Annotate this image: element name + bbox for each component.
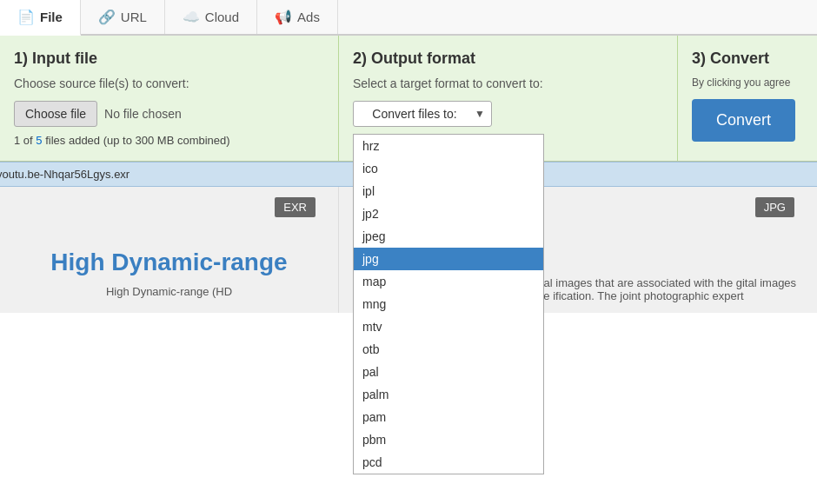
tab-cloud-label: Cloud: [205, 10, 239, 24]
tab-url-label: URL: [121, 10, 147, 24]
dropdown-item-mtv[interactable]: mtv: [354, 315, 543, 338]
exr-format-desc: High Dynamic-range (HD: [106, 285, 232, 298]
files-info: 1 of 5 files added (up to 300 MB combine…: [14, 134, 324, 147]
format-select-button[interactable]: Convert files to:: [353, 101, 492, 127]
tab-file-label: File: [40, 10, 63, 24]
jpg-badge: JPG: [755, 197, 794, 217]
dropdown-item-ipl[interactable]: ipl: [354, 180, 543, 202]
tab-url[interactable]: 🔗 URL: [81, 0, 165, 34]
cloud-icon: ☁️: [183, 9, 200, 25]
dropdown-item-jpg[interactable]: jpg: [354, 248, 543, 270]
top-sections: 1) Input file Choose source file(s) to c…: [0, 36, 817, 162]
section2-subtitle: Select a target format to convert to:: [353, 76, 663, 90]
dropdown-item-pam[interactable]: pam: [354, 406, 543, 428]
section-output-format: 2) Output format Select a target format …: [339, 36, 678, 161]
dropdown-scroll[interactable]: hrz ico ipl jp2 jpeg jpg map mng mtv otb…: [354, 135, 543, 474]
format-select-label: Convert files to:: [372, 107, 456, 121]
no-file-label: No file chosen: [104, 107, 182, 121]
bottom-left-panel: EXR High Dynamic-range High Dynamic-rang…: [0, 187, 339, 313]
exr-badge: EXR: [275, 197, 316, 217]
dropdown-item-jp2[interactable]: jp2: [354, 202, 543, 225]
files-info-suffix: files added (up to 300 MB combined): [45, 134, 229, 147]
nav-tabs: 📄 File 🔗 URL ☁️ Cloud 📢 Ads: [0, 0, 817, 36]
section-convert: 3) Convert By clicking you agree Convert: [678, 36, 817, 161]
files-of-label: of: [23, 134, 36, 147]
exr-format-name: High Dynamic-range: [50, 249, 287, 276]
ads-icon: 📢: [275, 9, 292, 25]
tab-cloud[interactable]: ☁️ Cloud: [165, 0, 257, 34]
file-icon: 📄: [17, 9, 35, 25]
convert-button[interactable]: Convert: [692, 99, 795, 142]
choose-file-button[interactable]: Choose file: [14, 101, 97, 127]
dropdown-item-mng[interactable]: mng: [354, 293, 543, 315]
section3-title: 3) Convert: [692, 50, 803, 68]
section1-title: 1) Input file: [14, 50, 324, 68]
page-wrapper: 📄 File 🔗 URL ☁️ Cloud 📢 Ads 1) Input fil…: [0, 0, 817, 504]
section1-subtitle: Choose source file(s) to convert:: [14, 76, 324, 90]
section-input-file: 1) Input file Choose source file(s) to c…: [0, 36, 339, 161]
tab-file[interactable]: 📄 File: [0, 0, 81, 36]
dropdown-item-pbm[interactable]: pbm: [354, 428, 543, 451]
tab-ads-label: Ads: [297, 10, 320, 24]
dropdown-item-jpeg[interactable]: jpeg: [354, 225, 543, 248]
agree-text: By clicking you agree: [692, 76, 803, 89]
dropdown-item-pcd[interactable]: pcd: [354, 451, 543, 474]
files-count-current: 1: [14, 134, 20, 147]
dropdown-item-ico[interactable]: ico: [354, 157, 543, 180]
section2-title: 2) Output format: [353, 50, 663, 68]
dropdown-item-otb[interactable]: otb: [354, 338, 543, 361]
dropdown-item-map[interactable]: map: [354, 270, 543, 293]
url-icon: 🔗: [98, 9, 116, 25]
files-count-total[interactable]: 5: [36, 134, 42, 147]
format-dropdown-list: hrz ico ipl jp2 jpeg jpg map mng mtv otb…: [353, 134, 544, 474]
tab-ads[interactable]: 📢 Ads: [257, 0, 338, 34]
dropdown-item-pal[interactable]: pal: [354, 361, 543, 383]
dropdown-item-hrz[interactable]: hrz: [354, 135, 543, 157]
format-select-wrapper: Convert files to: ▼ hrz ico ipl jp2 jpeg…: [353, 101, 492, 127]
filename-text: youtu.be-Nhqar56Lgys.exr: [0, 168, 130, 181]
dropdown-item-palm[interactable]: palm: [354, 383, 543, 406]
file-input-row: Choose file No file chosen: [14, 101, 324, 127]
exr-badge-row: EXR: [14, 197, 324, 231]
